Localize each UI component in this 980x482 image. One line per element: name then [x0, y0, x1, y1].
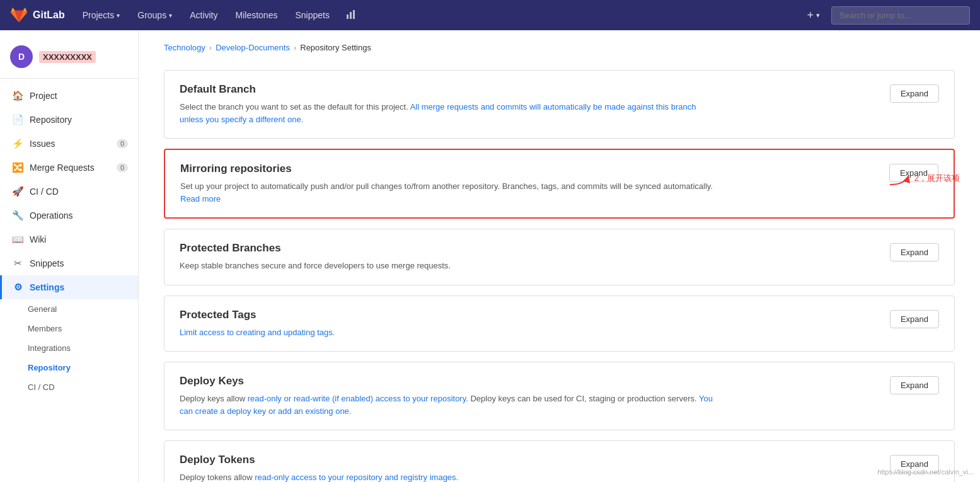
protected-branches-expand-button[interactable]: Expand — [890, 243, 939, 261]
protected-tags-desc: Limit access to creating and updating ta… — [180, 326, 335, 339]
deploy-keys-content: Deploy Keys Deploy keys allow read-only … — [180, 375, 715, 417]
main-content: Technology › Develop-Documents › Reposit… — [139, 30, 980, 482]
protected-branches-section: Protected Branches Keep stable branches … — [164, 229, 955, 285]
breadcrumb-current: Repository Settings — [300, 43, 371, 52]
protected-branches-title: Protected Branches — [180, 242, 451, 255]
page-layout: D XXXXXXXXX 🏠 Project 📄 Repository ⚡ Iss… — [0, 30, 980, 482]
sidebar-user-section: D XXXXXXXXX — [0, 40, 138, 79]
deploy-tokens-expand-button[interactable]: Expand — [890, 455, 939, 473]
deploy-keys-section: Deploy Keys Deploy keys allow read-only … — [164, 362, 955, 430]
sidebar-item-operations[interactable]: 🔧 Operations — [0, 204, 138, 227]
default-branch-section: Default Branch Select the branch you wan… — [164, 70, 955, 139]
new-item-button[interactable]: + ▾ — [800, 5, 826, 26]
default-branch-header: Default Branch Select the branch you wan… — [164, 71, 954, 138]
merge-requests-icon: 🔀 — [12, 162, 23, 173]
protected-tags-desc-link[interactable]: Limit access to creating and updating ta… — [180, 328, 335, 337]
protected-branches-desc: Keep stable branches secure and force de… — [180, 260, 451, 272]
nav-projects[interactable]: Projects ▾ — [75, 6, 128, 24]
annotation-arrow-2: 2，展开该项 — [887, 169, 960, 188]
gitlab-logo[interactable]: GitLab — [10, 6, 65, 24]
mirroring-title: Mirroring repositories — [180, 163, 716, 175]
sidebar-sub-integrations[interactable]: Integrations — [0, 338, 138, 358]
deploy-keys-header: Deploy Keys Deploy keys allow read-only … — [164, 362, 954, 430]
cicd-icon: 🚀 — [12, 186, 23, 197]
wiki-icon: 📖 — [12, 234, 23, 245]
sidebar-item-settings[interactable]: ⚙ Settings — [0, 275, 138, 299]
breadcrumb-sep-2: › — [294, 43, 296, 52]
projects-chevron-icon: ▾ — [117, 12, 120, 19]
protected-tags-content: Protected Tags Limit access to creating … — [180, 309, 335, 339]
sidebar-sub-members[interactable]: Members — [0, 319, 138, 338]
sidebar-item-merge-requests[interactable]: 🔀 Merge Requests 0 — [0, 156, 138, 180]
arrow2-svg — [887, 169, 912, 188]
svg-rect-2 — [353, 10, 355, 19]
deploy-tokens-header: Deploy Tokens Deploy tokens allow read-o… — [164, 441, 954, 482]
deploy-tokens-link[interactable]: read-only access to your repository and … — [255, 473, 458, 482]
nav-chart-icon[interactable] — [340, 6, 364, 25]
plus-chevron-icon: ▾ — [816, 11, 820, 20]
sidebar-item-repository[interactable]: 📄 Repository — [0, 108, 138, 132]
mirroring-content: Mirroring repositories Set up your proje… — [180, 163, 716, 205]
sidebar-item-wiki[interactable]: 📖 Wiki — [0, 227, 138, 251]
repository-icon: 📄 — [12, 114, 23, 125]
deploy-tokens-section: Deploy Tokens Deploy tokens allow read-o… — [164, 440, 955, 482]
nav-items-list: Projects ▾ Groups ▾ Activity Milestones … — [75, 6, 801, 25]
default-branch-title: Default Branch — [180, 83, 715, 96]
svg-rect-0 — [347, 14, 349, 19]
logo-text: GitLab — [33, 9, 65, 21]
sidebar: D XXXXXXXXX 🏠 Project 📄 Repository ⚡ Iss… — [0, 30, 139, 482]
mirroring-header: Mirroring repositories Set up your proje… — [165, 150, 954, 217]
avatar: D — [10, 45, 33, 68]
sidebar-item-cicd[interactable]: 🚀 CI / CD — [0, 180, 138, 204]
issues-badge: 0 — [117, 139, 128, 148]
sidebar-sub-cicd[interactable]: CI / CD — [0, 377, 138, 397]
sidebar-item-project[interactable]: 🏠 Project — [0, 84, 138, 108]
deploy-tokens-title: Deploy Tokens — [180, 454, 458, 466]
merge-requests-badge: 0 — [117, 163, 128, 172]
nav-right-section: + ▾ — [800, 5, 970, 26]
nav-milestones[interactable]: Milestones — [228, 6, 285, 24]
protected-branches-content: Protected Branches Keep stable branches … — [180, 242, 451, 272]
issues-icon: ⚡ — [12, 138, 23, 149]
svg-rect-1 — [350, 12, 352, 19]
deploy-keys-link1[interactable]: read-only or read-write (if enabled) acc… — [248, 394, 466, 403]
default-branch-link[interactable]: All merge requests and commits will auto… — [180, 102, 696, 124]
breadcrumb-sep-1: › — [209, 43, 212, 52]
protected-tags-section: Protected Tags Limit access to creating … — [164, 296, 955, 352]
deploy-keys-title: Deploy Keys — [180, 375, 715, 387]
sidebar-item-snippets[interactable]: ✂ Snippets — [0, 251, 138, 275]
settings-icon: ⚙ — [12, 282, 23, 293]
protected-branches-header: Protected Branches Keep stable branches … — [164, 229, 954, 285]
default-branch-desc: Select the branch you want to set as the… — [180, 101, 715, 125]
nav-groups[interactable]: Groups ▾ — [130, 6, 180, 24]
operations-icon: 🔧 — [12, 210, 23, 221]
default-branch-expand-button[interactable]: Expand — [890, 84, 939, 103]
snippets-icon: ✂ — [12, 258, 23, 269]
protected-tags-title: Protected Tags — [180, 309, 335, 321]
deploy-tokens-desc: Deploy tokens allow read-only access to … — [180, 471, 458, 482]
deploy-tokens-content: Deploy Tokens Deploy tokens allow read-o… — [180, 454, 458, 482]
default-branch-content: Default Branch Select the branch you wan… — [180, 83, 715, 125]
protected-tags-header: Protected Tags Limit access to creating … — [164, 296, 954, 352]
user-name-label: XXXXXXXXX — [39, 51, 96, 63]
sidebar-item-issues[interactable]: ⚡ Issues 0 — [0, 132, 138, 156]
deploy-keys-expand-button[interactable]: Expand — [890, 376, 939, 394]
mirroring-repositories-section: Mirroring repositories Set up your proje… — [164, 149, 955, 219]
top-navigation: GitLab Projects ▾ Groups ▾ Activity Mile… — [0, 0, 980, 30]
nav-snippets[interactable]: Snippets — [287, 6, 337, 24]
sidebar-sub-general[interactable]: General — [0, 299, 138, 319]
deploy-keys-desc: Deploy keys allow read-only or read-writ… — [180, 393, 715, 417]
project-icon: 🏠 — [12, 90, 23, 101]
global-search-input[interactable] — [831, 6, 970, 25]
protected-tags-expand-button[interactable]: Expand — [890, 310, 939, 328]
breadcrumb-technology[interactable]: Technology — [164, 43, 205, 52]
groups-chevron-icon: ▾ — [169, 12, 172, 19]
mirroring-desc: Set up your project to automatically pus… — [180, 180, 716, 205]
nav-activity[interactable]: Activity — [182, 6, 225, 24]
sidebar-sub-repository[interactable]: Repository — [0, 358, 138, 377]
mirroring-read-more-link[interactable]: Read more — [180, 194, 221, 204]
breadcrumb-develop-documents[interactable]: Develop-Documents — [216, 43, 290, 52]
breadcrumb: Technology › Develop-Documents › Reposit… — [164, 43, 955, 52]
integrations-container: Integrations 1. 点击按钮 → — [0, 338, 138, 358]
